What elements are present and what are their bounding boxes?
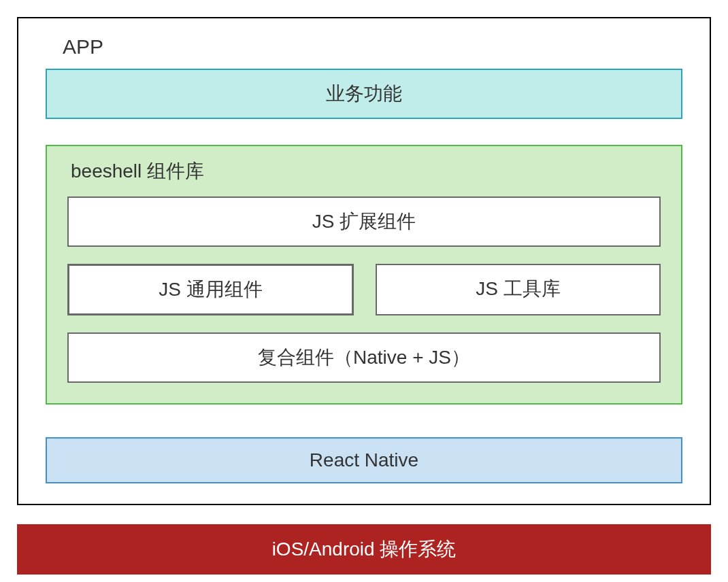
react-native-box: React Native: [46, 437, 682, 483]
business-functions-box: 业务功能: [46, 69, 682, 119]
beeshell-label: beeshell 组件库: [67, 158, 661, 196]
js-extend-box: JS 扩展组件: [67, 196, 661, 247]
js-common-box: JS 通用组件: [67, 264, 354, 315]
middle-row: JS 通用组件 JS 工具库: [67, 264, 661, 315]
compound-box: 复合组件（Native + JS）: [67, 332, 661, 383]
beeshell-container: beeshell 组件库 JS 扩展组件 JS 通用组件 JS 工具库 复合组件…: [46, 145, 682, 405]
os-box: iOS/Android 操作系统: [17, 524, 711, 575]
app-label: APP: [46, 32, 682, 69]
app-container: APP 业务功能 beeshell 组件库 JS 扩展组件 JS 通用组件 JS…: [17, 17, 711, 505]
js-tools-box: JS 工具库: [376, 264, 661, 315]
